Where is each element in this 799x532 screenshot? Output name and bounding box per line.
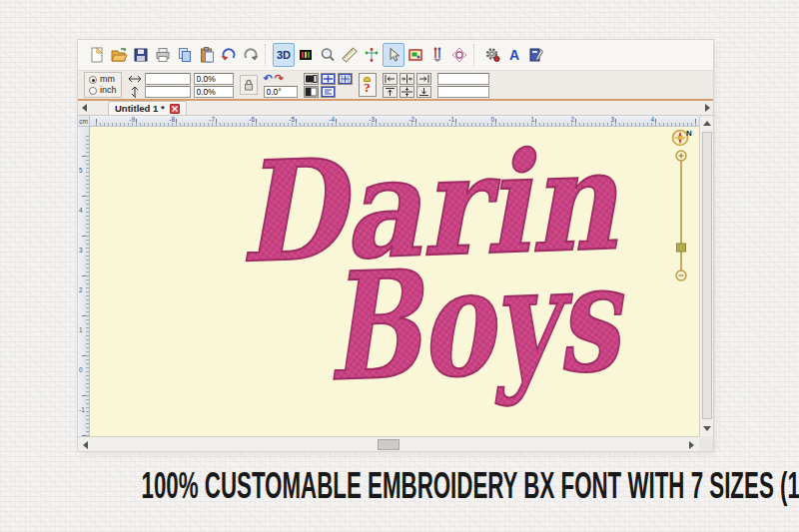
rotate-right-icon — [242, 46, 260, 64]
ruler-v-label: 3 — [79, 247, 84, 254]
properties-toolbar: mm inch ↶ ↷ — [78, 71, 713, 99]
stitch-points-button[interactable] — [361, 43, 383, 67]
settings-button[interactable] — [481, 43, 503, 67]
paste-icon — [198, 46, 216, 64]
paste-button[interactable] — [196, 43, 218, 67]
embroidery-design: Darin Boys — [90, 127, 699, 436]
rotate-right-button[interactable] — [240, 43, 262, 67]
width-arrow-icon — [128, 74, 142, 84]
list-icon — [322, 87, 335, 97]
zoom-button[interactable] — [317, 43, 339, 67]
copy-button[interactable] — [174, 43, 196, 67]
proportions-lock-button[interactable] — [240, 75, 258, 95]
tab-untitled-1[interactable]: Untitled 1 * — [108, 101, 187, 115]
ruler-v-label: 2 — [79, 286, 84, 293]
select-pointer-button[interactable] — [383, 43, 404, 67]
unit-inch-radio[interactable]: inch — [89, 85, 117, 96]
contrast-view-button[interactable] — [304, 86, 319, 98]
ruler-h-label: 1 — [530, 116, 535, 123]
stitch-points-icon — [363, 46, 381, 64]
help-button[interactable]: ? — [359, 73, 377, 97]
letter-a-icon: A — [509, 47, 519, 63]
lettering-button[interactable]: A — [503, 43, 525, 67]
units-group: mm inch — [84, 72, 122, 98]
stitch-list-button[interactable] — [321, 86, 336, 98]
marketing-caption: 100% CUSTOMABLE EMBROIDERY BX FONT WITH … — [0, 465, 799, 501]
vertical-scrollbar[interactable] — [699, 116, 713, 436]
move-cross-icon — [322, 74, 335, 84]
redo-rotate-icon[interactable]: ↷ — [275, 73, 284, 84]
align-right-icon — [417, 74, 430, 84]
scroll-down-button[interactable] — [700, 422, 713, 435]
left-arrow-icon — [82, 104, 87, 112]
rotate-left-button[interactable] — [218, 43, 240, 67]
ruler-h-label: -8 — [169, 116, 176, 123]
align-right-button[interactable] — [416, 73, 431, 85]
width-percent-input[interactable] — [194, 73, 234, 85]
open-folder-icon — [110, 46, 128, 64]
scroll-left-button[interactable] — [79, 438, 92, 451]
ruler-h-label: -9 — [129, 116, 136, 123]
ruler-h-label: 0 — [490, 116, 495, 123]
align-bottom-button[interactable] — [416, 86, 431, 98]
design-canvas[interactable]: Darin Boys N — [90, 127, 699, 436]
document-pen-icon — [527, 46, 545, 64]
ruler-h-label: -1 — [448, 116, 455, 123]
undo-rotate-icon[interactable]: ↶ — [264, 73, 273, 84]
stitch-pattern-button[interactable] — [448, 43, 470, 67]
ruler-h-label: 3 — [610, 116, 615, 123]
left-arrow-icon — [83, 441, 88, 449]
center-v-icon — [400, 87, 413, 97]
ruler-v-label: -1 — [79, 406, 86, 413]
horizontal-scroll-thumb[interactable] — [378, 439, 400, 450]
horizontal-scrollbar[interactable] — [78, 436, 699, 451]
tab-scroll-left-button[interactable] — [78, 102, 90, 115]
color-bars-icon — [297, 46, 315, 64]
right-arrow-icon — [705, 104, 710, 112]
document-notes-button[interactable] — [525, 43, 547, 67]
align-top-button[interactable] — [383, 86, 398, 98]
scroll-right-button[interactable] — [685, 438, 698, 451]
ruler-horizontal: -9-8-7-6-5-4-3-2-101234 — [90, 116, 699, 127]
scale-slider[interactable] — [674, 149, 688, 283]
height-input[interactable] — [145, 86, 191, 98]
ruler-v-label: 1 — [79, 326, 84, 333]
image-frame-button[interactable] — [404, 43, 426, 67]
height-percent-input[interactable] — [194, 86, 234, 98]
hoop-view-button[interactable] — [304, 73, 319, 85]
needle-threads-icon — [428, 46, 446, 64]
measure-button[interactable] — [339, 43, 361, 67]
thread-colors-button[interactable] — [295, 43, 317, 67]
tab-close-button[interactable] — [170, 104, 180, 114]
fit-to-hoop-button[interactable] — [338, 73, 353, 85]
center-design-button[interactable] — [321, 73, 336, 85]
open-file-button[interactable] — [108, 43, 130, 67]
align-top-icon — [384, 87, 397, 97]
padlock-icon — [242, 78, 256, 92]
rotation-group: ↶ ↷ — [264, 73, 298, 98]
caption-text: 100% CUSTOMABLE EMBROIDERY BX FONT WITH … — [141, 465, 799, 507]
fabric-background: 3D A mm inch — [0, 0, 799, 532]
angle-input[interactable] — [264, 86, 298, 98]
center-horizontal-button[interactable] — [400, 73, 414, 85]
fit-cross-icon — [339, 74, 352, 84]
ruler-unit-label: cm — [78, 116, 90, 127]
scroll-up-button[interactable] — [700, 117, 713, 130]
save-button[interactable] — [130, 43, 152, 67]
width-input[interactable] — [145, 73, 191, 85]
needle-threads-button[interactable] — [426, 43, 448, 67]
view-3d-button[interactable]: 3D — [273, 43, 295, 67]
tab-scroll-right-button[interactable] — [701, 102, 713, 115]
embroidery-app-window: 3D A mm inch — [78, 40, 713, 451]
gear-icon — [483, 46, 501, 64]
unit-mm-radio[interactable]: mm — [89, 74, 117, 85]
vertical-scroll-thumb[interactable] — [702, 132, 712, 419]
new-document-button[interactable] — [86, 43, 108, 67]
align-field-top[interactable] — [437, 73, 489, 85]
align-left-button[interactable] — [383, 73, 398, 85]
print-button[interactable] — [152, 43, 174, 67]
up-arrow-icon — [703, 121, 711, 126]
align-field-bottom[interactable] — [437, 86, 489, 98]
ruler-v-label: 5 — [79, 167, 84, 174]
center-vertical-button[interactable] — [400, 86, 414, 98]
